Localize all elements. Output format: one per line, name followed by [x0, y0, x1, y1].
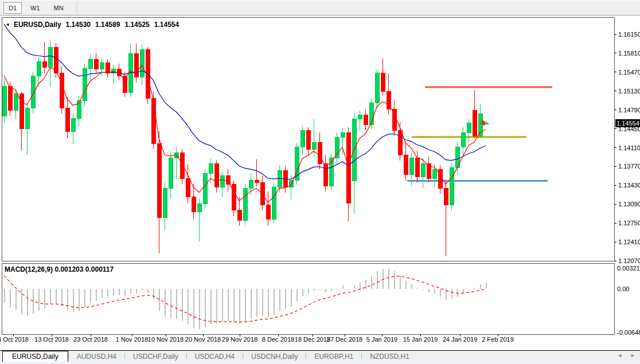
- symbol-dropdown-icon[interactable]: ▼: [6, 22, 10, 28]
- price-chart-canvas[interactable]: [0, 16, 640, 350]
- tab-audusd-h4[interactable]: AUDUSD,H4: [69, 351, 124, 362]
- chart-title: ▼ EURUSD,Daily 1.14530 1.14589 1.14525 1…: [6, 21, 179, 29]
- date-axis-label: 5 Jan 2019: [366, 336, 397, 343]
- toolbar-separator: [77, 2, 78, 14]
- chart-window[interactable]: ▼ EURUSD,Daily 1.14530 1.14589 1.14525 1…: [0, 16, 640, 350]
- macd-indicator-label: MACD(12,26,9) 0.001203 0.000117: [5, 265, 114, 273]
- macd-signal-value: 0.000117: [85, 265, 114, 273]
- tab-eurgbp-h1[interactable]: EURGBP,H1: [306, 351, 361, 362]
- price-axis-label: 1.13430: [618, 182, 640, 189]
- timeframe-button-d1[interactable]: D1: [3, 2, 22, 14]
- timeframe-button-mn[interactable]: MN: [49, 2, 69, 14]
- tab-usdcad-h4[interactable]: USDCAD,H4: [187, 351, 243, 362]
- status-strip: [0, 362, 640, 364]
- date-axis-label: 29 Nov 2018: [222, 336, 257, 343]
- price-axis-label: 1.14790: [618, 107, 640, 113]
- date-axis-label: 2 Feb 2019: [482, 336, 514, 343]
- macd-scale-bottom: -0.006485: [617, 329, 640, 336]
- date-axis-label: 23 Oct 2018: [73, 336, 108, 343]
- chart-tab-bar: EURUSD,DailyAUDUSD,H4USDCHF,DailyUSDCAD,…: [0, 350, 640, 362]
- date-axis-label: 27 Dec 2018: [327, 336, 362, 343]
- date-axis-label: 18 Dec 2018: [295, 336, 330, 343]
- price-axis-label: 1.13770: [618, 163, 640, 170]
- date-axis-label: 15 Jan 2019: [403, 336, 438, 343]
- timeframe-toolbar: D1 W1 MN: [0, 0, 640, 15]
- tab-nzdusd-h1[interactable]: NZDUSD,H1: [362, 351, 417, 362]
- tab-eurusd-daily[interactable]: EURUSD,Daily: [2, 351, 68, 362]
- price-axis-label: 1.14450: [618, 126, 640, 132]
- tab-usdcnh-daily[interactable]: USDCNH,Daily: [243, 351, 306, 362]
- timeframe-button-w1[interactable]: W1: [25, 2, 45, 14]
- tab-scroll-arrows: ◄ ►: [617, 353, 635, 358]
- tab-scroll-left-icon[interactable]: ◄: [617, 353, 622, 358]
- date-axis-label: 8 Dec 2018: [262, 336, 294, 343]
- date-axis-label: 13 Oct 2018: [34, 336, 69, 343]
- macd-value: 0.001203: [54, 265, 83, 273]
- price-axis-label: 1.15130: [618, 88, 640, 95]
- price-axis-label: 1.15810: [618, 50, 640, 57]
- price-axis-label: 1.16150: [618, 31, 640, 38]
- price-axis-label: 1.12750: [618, 220, 640, 226]
- price-axis-label: 1.12410: [618, 238, 640, 245]
- price-axis-label: 1.14110: [618, 144, 640, 151]
- quote-close: 1.14554: [154, 21, 179, 29]
- quote-open: 1.14530: [66, 21, 91, 29]
- macd-scale-top: 0.003216: [617, 265, 640, 272]
- quote-low: 1.14525: [124, 21, 149, 29]
- price-axis-label: 1.13090: [618, 201, 640, 208]
- mt4-terminal: D1 W1 MN ▼ EURUSD,Daily 1.14530 1.14589 …: [0, 0, 640, 364]
- price-axis-label: 1.15470: [618, 69, 640, 76]
- tab-scroll-right-icon[interactable]: ►: [630, 353, 635, 358]
- date-axis-label: 20 Nov 2018: [185, 336, 221, 343]
- macd-scale-zero: 0.00: [617, 285, 629, 292]
- quote-high: 1.14589: [95, 21, 120, 29]
- symbol-timeframe-label: EURUSD,Daily: [14, 21, 61, 29]
- date-axis-label: 4 Oct 2018: [0, 336, 29, 343]
- date-axis-label: 1 Nov 2018: [116, 336, 148, 343]
- date-axis-label: 10 Nov 2018: [148, 336, 184, 343]
- date-axis-label: 24 Jan 2019: [443, 336, 478, 343]
- price-axis-label: 1.12070: [618, 257, 640, 264]
- tab-usdchf-daily[interactable]: USDCHF,Daily: [125, 351, 186, 362]
